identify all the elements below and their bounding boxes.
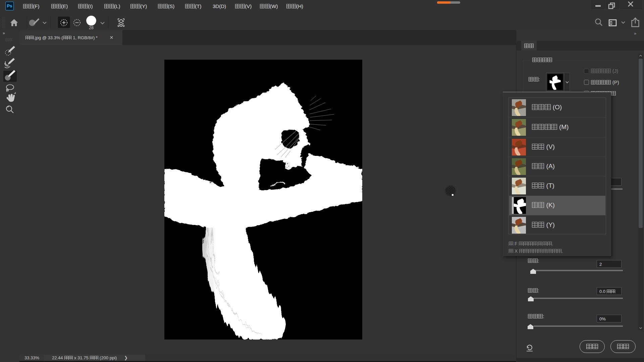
svg-text:»: » bbox=[3, 31, 5, 36]
svg-text:28: 28 bbox=[89, 25, 94, 30]
